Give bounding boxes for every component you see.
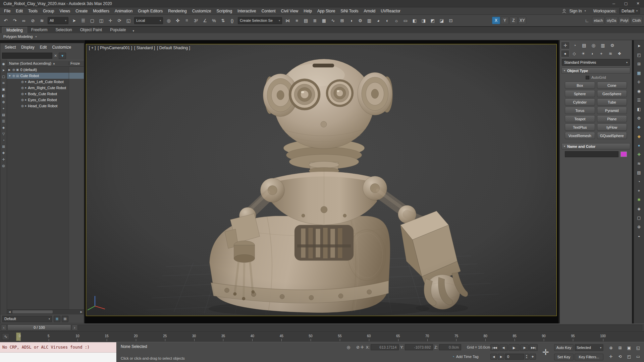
object-type-button[interactable]: VoxelRemesh [565,132,595,139]
axis-constraint-button[interactable]: Z [509,17,518,24]
geometry-icon[interactable]: ● [561,50,570,57]
name-column-header[interactable]: Name (Sorted Ascending) ▲ [7,61,69,65]
menu-item[interactable]: Views [57,8,73,14]
plugin-icon-4[interactable]: ◧ [410,16,419,25]
ribbon-tab[interactable]: Freeform [27,27,52,33]
plugin-icon-7[interactable]: ◪ [437,16,446,25]
selection-filter-dropdown[interactable]: All▾ [48,17,68,24]
named-selection-set-dropdown[interactable]: Create Selection Se▾ [238,17,282,24]
rectangular-selection-icon[interactable]: ▢ [88,16,97,25]
mini-curve-editor-icon[interactable]: ∿ [2,333,9,340]
menu-item[interactable]: Animation [112,8,135,14]
right-dock-icon-15[interactable]: ▤ [635,169,643,176]
previous-frame-slider-icon[interactable]: ‹ [1,324,7,330]
object-type-button[interactable]: Torus [565,107,595,114]
right-dock-icon-18[interactable]: ✱ [635,196,643,203]
zoom-icon[interactable]: ⊕ [607,344,615,352]
set-key-button[interactable]: Set Key [554,354,574,360]
render-production-icon[interactable]: ◕ [374,16,383,25]
menu-item[interactable]: Scripting [214,8,235,14]
scene-tree-row[interactable]: ▶ ◎ ▣ 0 (default) [7,67,84,73]
menu-item[interactable]: Create [73,8,90,14]
scroll-right-icon[interactable]: ▶ [79,310,84,313]
minimize-button[interactable]: ─ [608,0,620,7]
right-dock-icon-9[interactable]: ⚙ [635,114,643,122]
coordinate-mode-icon[interactable]: ✛ [361,345,364,350]
grid-list-icon[interactable]: ⊞ [62,316,68,322]
mirror-icon[interactable]: ⋈ [283,16,292,25]
left-dock-icon-9[interactable]: ▤ [1,112,6,117]
filter-funnel-icon[interactable]: ▼ [59,53,66,59]
systems-icon[interactable]: ❖ [615,50,624,57]
hierarchy-tab-icon[interactable]: ▤ [580,42,589,49]
spinner-down-icon[interactable]: ▼ [525,357,528,359]
next-frame-slider-icon[interactable]: › [72,324,77,330]
menu-item[interactable]: Interactive [235,8,259,14]
object-type-button[interactable]: Teapot [565,115,595,122]
object-type-button[interactable]: Cylinder [565,99,595,106]
scene-explorer-menu[interactable]: Display [19,44,37,50]
layer-list-icon[interactable]: ≣ [54,316,60,322]
right-dock-icon-2[interactable]: ◰ [635,51,643,59]
object-type-button[interactable]: Sphere [565,90,595,97]
left-dock-icon-5[interactable]: ▣ [1,87,6,92]
orbit-icon[interactable]: ⟲ [616,353,624,361]
plugin-icon-5[interactable]: ◨ [419,16,428,25]
workspace-dropdown[interactable]: Default ▾ [619,8,640,14]
track-bar[interactable]: 0510152025303540455055606570758085909510… [0,331,644,342]
sign-in-button[interactable]: Sign In [569,9,582,13]
fov-icon[interactable]: ◱ [634,344,642,352]
right-dock-icon-7[interactable]: ☰ [635,96,643,104]
visibility-eye-icon[interactable]: ◎ [21,104,24,108]
right-dock-icon-6[interactable]: ◉ [635,87,643,95]
select-and-link-icon[interactable]: ∞ [19,16,28,25]
menu-item[interactable]: Help [301,8,315,14]
display-tab-icon[interactable]: ▥ [598,42,607,49]
keyboard-override-icon[interactable]: ⌗ [182,16,191,25]
polygon-modeling-panel[interactable]: Polygon Modeling [3,35,33,39]
ribbon-toggle-icon[interactable]: ▦ [320,16,328,25]
left-dock-icon-7[interactable]: ⊕ [1,100,6,105]
primitive-category-dropdown[interactable]: Standard Primitives ▾ [562,59,630,66]
left-dock-icon-16[interactable]: ✛ [1,157,6,162]
key-selection-dropdown[interactable]: Selected ▾ [575,344,603,351]
right-dock-icon-22[interactable]: ◒ [635,232,643,240]
left-dock-icon-10[interactable]: ☰ [1,119,6,124]
left-dock-icon-11[interactable]: ◈ [1,125,6,130]
right-dock-icon-12[interactable]: ● [635,141,643,149]
maximize-viewport-icon[interactable]: ◰ [625,353,633,361]
lights-icon[interactable]: ☀ [579,50,588,57]
add-time-tag[interactable]: ◔ Add Time Tag [452,355,479,359]
snaps-toggle-icon[interactable]: 3² [192,16,200,25]
window-crossing-icon[interactable]: ◫ [97,16,106,25]
use-pivot-center-icon[interactable]: ◎ [164,16,173,25]
left-dock-icon-3[interactable]: ▢ [1,74,6,79]
redo-icon[interactable]: ↷ [10,16,19,25]
object-type-button[interactable]: TextPlus [565,124,595,131]
viewport-standard-menu[interactable]: [ Standard ] [134,46,155,50]
isolate-selection-icon[interactable]: ◎ [345,345,352,350]
y-coordinate-field[interactable]: -1073.692 [405,344,433,350]
explorer-horizontal-scrollbar[interactable]: ◀ ▶ [7,309,84,314]
select-and-scale-icon[interactable]: ◱ [124,16,133,25]
previous-key-icon[interactable]: ◀ [490,354,497,360]
scrollbar-thumb[interactable] [12,310,53,313]
undo-icon[interactable]: ↶ [1,16,10,25]
scroll-left-icon[interactable]: ◀ [7,310,12,313]
docked-toolbar-button[interactable]: olyDa [605,17,618,24]
visibility-eye-icon[interactable]: ◎ [21,92,24,96]
spinner-up-icon[interactable]: ▲ [525,354,528,357]
menu-item[interactable]: Rendering [165,8,189,14]
visibility-eye-icon[interactable]: ◎ [12,74,15,77]
menu-item[interactable]: SiNi Tools [338,8,361,14]
layer-explorer-icon[interactable]: ≣ [311,16,319,25]
scene-explorer-menu[interactable]: Customize [50,44,73,50]
named-selection-sets-icon[interactable]: {} [228,16,236,25]
layer-dropdown[interactable]: Default ▾ [2,316,52,322]
menu-item[interactable]: File [1,8,13,14]
object-type-button[interactable]: GQuadSphere [597,132,627,139]
axis-constraint-button[interactable]: Y [501,17,509,24]
visibility-eye-icon[interactable]: ◎ [12,68,15,71]
right-dock-icon-5[interactable]: ✛ [635,78,643,86]
plugin-icon-1[interactable]: ◐ [383,16,392,25]
